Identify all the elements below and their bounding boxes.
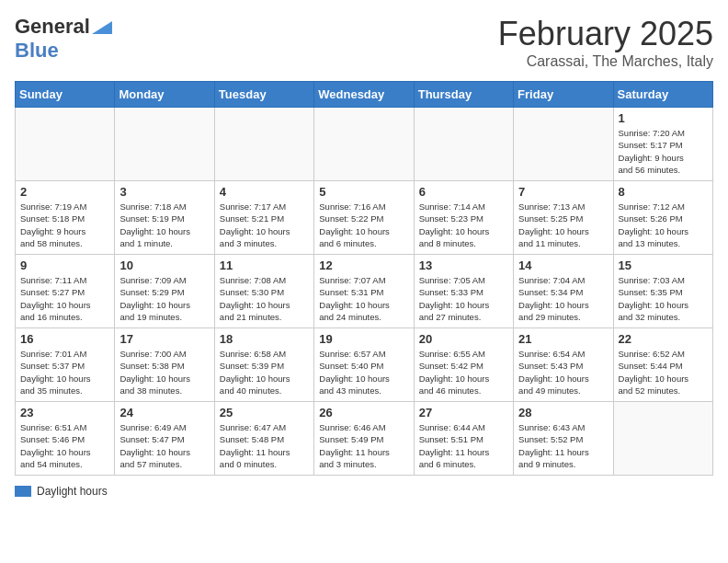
calendar-cell: 22Sunrise: 6:52 AM Sunset: 5:44 PM Dayli… <box>613 328 712 402</box>
calendar-cell: 16Sunrise: 7:01 AM Sunset: 5:37 PM Dayli… <box>16 328 115 402</box>
day-info: Sunrise: 6:49 AM Sunset: 5:47 PM Dayligh… <box>119 421 209 470</box>
day-info: Sunrise: 7:05 AM Sunset: 5:33 PM Dayligh… <box>419 274 508 323</box>
legend: Daylight hours <box>15 485 713 498</box>
day-number: 8 <box>619 185 708 199</box>
weekday-header: Sunday <box>16 82 115 108</box>
calendar-week-row: 9Sunrise: 7:11 AM Sunset: 5:27 PM Daylig… <box>16 255 713 328</box>
calendar-week-row: 16Sunrise: 7:01 AM Sunset: 5:37 PM Dayli… <box>16 328 713 402</box>
calendar-cell: 3Sunrise: 7:18 AM Sunset: 5:19 PM Daylig… <box>115 181 214 255</box>
day-info: Sunrise: 7:09 AM Sunset: 5:29 PM Dayligh… <box>119 274 209 323</box>
day-info: Sunrise: 7:01 AM Sunset: 5:37 PM Dayligh… <box>20 348 109 396</box>
calendar-cell <box>214 108 313 181</box>
calendar-cell: 14Sunrise: 7:04 AM Sunset: 5:34 PM Dayli… <box>514 255 613 328</box>
calendar-cell <box>414 108 513 181</box>
calendar-cell: 21Sunrise: 6:54 AM Sunset: 5:43 PM Dayli… <box>514 328 613 402</box>
calendar-cell: 9Sunrise: 7:11 AM Sunset: 5:27 PM Daylig… <box>16 255 115 328</box>
day-number: 12 <box>319 259 408 272</box>
day-number: 6 <box>419 185 508 199</box>
day-info: Sunrise: 7:18 AM Sunset: 5:19 PM Dayligh… <box>119 201 209 249</box>
calendar-cell: 12Sunrise: 7:07 AM Sunset: 5:31 PM Dayli… <box>314 255 414 328</box>
page-header: General Blue February 2025 Carassai, The… <box>15 15 713 70</box>
day-info: Sunrise: 7:00 AM Sunset: 5:38 PM Dayligh… <box>119 348 209 396</box>
day-number: 23 <box>20 406 109 419</box>
day-info: Sunrise: 6:46 AM Sunset: 5:49 PM Dayligh… <box>319 421 408 470</box>
day-info: Sunrise: 7:08 AM Sunset: 5:30 PM Dayligh… <box>220 274 309 323</box>
calendar-cell <box>16 108 115 181</box>
day-number: 16 <box>20 332 109 346</box>
day-number: 7 <box>518 185 608 199</box>
day-number: 3 <box>119 185 209 199</box>
weekday-header: Tuesday <box>214 82 313 108</box>
calendar-cell <box>115 108 214 181</box>
calendar-cell: 24Sunrise: 6:49 AM Sunset: 5:47 PM Dayli… <box>115 402 214 476</box>
weekday-header: Thursday <box>414 82 513 108</box>
calendar-cell: 26Sunrise: 6:46 AM Sunset: 5:49 PM Dayli… <box>314 402 414 476</box>
day-info: Sunrise: 6:55 AM Sunset: 5:42 PM Dayligh… <box>419 348 508 396</box>
calendar-table: SundayMondayTuesdayWednesdayThursdayFrid… <box>15 81 713 476</box>
day-number: 22 <box>619 332 708 346</box>
day-info: Sunrise: 6:52 AM Sunset: 5:44 PM Dayligh… <box>619 348 708 396</box>
day-info: Sunrise: 7:14 AM Sunset: 5:23 PM Dayligh… <box>419 201 508 249</box>
weekday-header: Friday <box>514 82 613 108</box>
svg-marker-0 <box>92 21 112 34</box>
calendar-cell: 11Sunrise: 7:08 AM Sunset: 5:30 PM Dayli… <box>214 255 313 328</box>
day-info: Sunrise: 6:44 AM Sunset: 5:51 PM Dayligh… <box>419 421 508 470</box>
day-info: Sunrise: 7:19 AM Sunset: 5:18 PM Dayligh… <box>20 201 109 249</box>
calendar-week-row: 23Sunrise: 6:51 AM Sunset: 5:46 PM Dayli… <box>16 402 713 476</box>
weekday-header: Wednesday <box>314 82 414 108</box>
day-info: Sunrise: 6:57 AM Sunset: 5:40 PM Dayligh… <box>319 348 408 396</box>
day-number: 1 <box>619 111 708 125</box>
day-info: Sunrise: 7:20 AM Sunset: 5:17 PM Dayligh… <box>619 127 708 176</box>
calendar-cell: 2Sunrise: 7:19 AM Sunset: 5:18 PM Daylig… <box>16 181 115 255</box>
day-number: 9 <box>20 259 109 272</box>
day-info: Sunrise: 7:12 AM Sunset: 5:26 PM Dayligh… <box>619 201 708 249</box>
day-number: 13 <box>419 259 508 272</box>
day-info: Sunrise: 7:03 AM Sunset: 5:35 PM Dayligh… <box>619 274 708 323</box>
day-number: 11 <box>220 259 309 272</box>
calendar-cell: 25Sunrise: 6:47 AM Sunset: 5:48 PM Dayli… <box>214 402 313 476</box>
calendar-cell: 10Sunrise: 7:09 AM Sunset: 5:29 PM Dayli… <box>115 255 214 328</box>
title-block: February 2025 Carassai, The Marches, Ita… <box>498 15 713 70</box>
day-number: 4 <box>220 185 309 199</box>
day-number: 10 <box>119 259 209 272</box>
day-info: Sunrise: 6:47 AM Sunset: 5:48 PM Dayligh… <box>220 421 309 470</box>
calendar-cell: 19Sunrise: 6:57 AM Sunset: 5:40 PM Dayli… <box>314 328 414 402</box>
legend-label: Daylight hours <box>37 485 108 498</box>
calendar-cell: 20Sunrise: 6:55 AM Sunset: 5:42 PM Dayli… <box>414 328 513 402</box>
weekday-header-row: SundayMondayTuesdayWednesdayThursdayFrid… <box>16 82 713 108</box>
calendar-cell: 17Sunrise: 7:00 AM Sunset: 5:38 PM Dayli… <box>115 328 214 402</box>
calendar-cell: 4Sunrise: 7:17 AM Sunset: 5:21 PM Daylig… <box>214 181 313 255</box>
day-info: Sunrise: 6:51 AM Sunset: 5:46 PM Dayligh… <box>20 421 109 470</box>
day-number: 19 <box>319 332 408 346</box>
calendar-cell: 28Sunrise: 6:43 AM Sunset: 5:52 PM Dayli… <box>514 402 613 476</box>
weekday-header: Saturday <box>613 82 712 108</box>
calendar-cell: 23Sunrise: 6:51 AM Sunset: 5:46 PM Dayli… <box>16 402 115 476</box>
calendar-cell: 7Sunrise: 7:13 AM Sunset: 5:25 PM Daylig… <box>514 181 613 255</box>
calendar-cell <box>314 108 414 181</box>
logo-blue-text: Blue <box>15 39 59 62</box>
day-info: Sunrise: 7:11 AM Sunset: 5:27 PM Dayligh… <box>20 274 109 323</box>
calendar-cell: 5Sunrise: 7:16 AM Sunset: 5:22 PM Daylig… <box>314 181 414 255</box>
day-number: 17 <box>119 332 209 346</box>
day-number: 25 <box>220 406 309 419</box>
day-info: Sunrise: 7:16 AM Sunset: 5:22 PM Dayligh… <box>319 201 408 249</box>
day-number: 28 <box>518 406 608 419</box>
weekday-header: Monday <box>115 82 214 108</box>
calendar-week-row: 1Sunrise: 7:20 AM Sunset: 5:17 PM Daylig… <box>16 108 713 181</box>
logo-general-text: General <box>15 15 90 39</box>
day-info: Sunrise: 7:04 AM Sunset: 5:34 PM Dayligh… <box>518 274 608 323</box>
logo: General Blue <box>15 15 112 63</box>
calendar-cell: 27Sunrise: 6:44 AM Sunset: 5:51 PM Dayli… <box>414 402 513 476</box>
calendar-week-row: 2Sunrise: 7:19 AM Sunset: 5:18 PM Daylig… <box>16 181 713 255</box>
day-number: 2 <box>20 185 109 199</box>
day-number: 18 <box>220 332 309 346</box>
calendar-cell <box>613 402 712 476</box>
calendar-cell: 18Sunrise: 6:58 AM Sunset: 5:39 PM Dayli… <box>214 328 313 402</box>
day-number: 20 <box>419 332 508 346</box>
location-title: Carassai, The Marches, Italy <box>498 53 713 70</box>
calendar-cell: 1Sunrise: 7:20 AM Sunset: 5:17 PM Daylig… <box>613 108 712 181</box>
day-info: Sunrise: 7:07 AM Sunset: 5:31 PM Dayligh… <box>319 274 408 323</box>
day-number: 24 <box>119 406 209 419</box>
calendar-cell: 15Sunrise: 7:03 AM Sunset: 5:35 PM Dayli… <box>613 255 712 328</box>
day-number: 26 <box>319 406 408 419</box>
